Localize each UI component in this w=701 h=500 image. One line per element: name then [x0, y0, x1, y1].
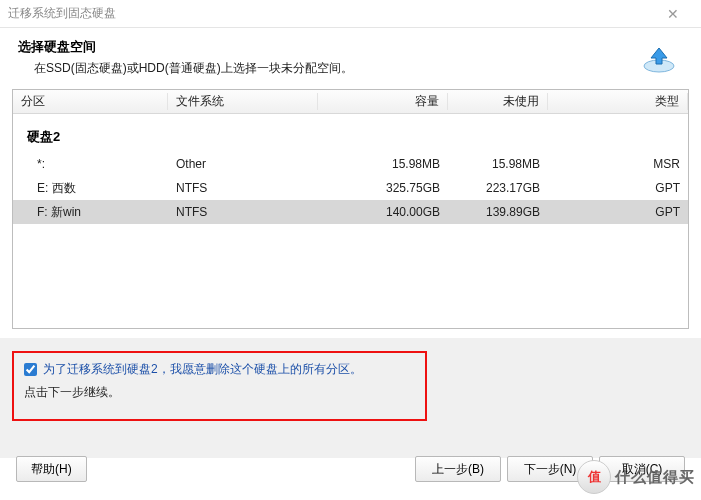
cell-filesystem: Other — [168, 157, 318, 171]
col-filesystem[interactable]: 文件系统 — [168, 93, 318, 110]
col-partition[interactable]: 分区 — [13, 93, 168, 110]
col-capacity[interactable]: 容量 — [318, 93, 448, 110]
cell-unused: 15.98MB — [448, 157, 548, 171]
cell-partition: *: — [13, 157, 168, 171]
help-button[interactable]: 帮助(H) — [16, 456, 87, 482]
cell-unused: 139.89GB — [448, 205, 548, 219]
page-title: 选择硬盘空间 — [18, 38, 683, 56]
cell-partition: E: 西数 — [13, 180, 168, 197]
watermark-text: 什么值得买 — [615, 468, 695, 487]
confirm-box: 为了迁移系统到硬盘2，我愿意删除这个硬盘上的所有分区。 点击下一步继续。 — [12, 351, 427, 421]
partition-table: 分区 文件系统 容量 未使用 类型 硬盘2 *:Other15.98MB15.9… — [12, 89, 689, 329]
col-unused[interactable]: 未使用 — [448, 93, 548, 110]
cell-filesystem: NTFS — [168, 205, 318, 219]
table-body: 硬盘2 *:Other15.98MB15.98MBMSRE: 西数NTFS325… — [13, 114, 688, 224]
disk-group-label: 硬盘2 — [13, 120, 688, 152]
cell-type: GPT — [548, 181, 688, 195]
continue-hint: 点击下一步继续。 — [24, 384, 415, 401]
header: 选择硬盘空间 在SSD(固态硬盘)或HDD(普通硬盘)上选择一块未分配空间。 — [0, 28, 701, 89]
cell-capacity: 15.98MB — [318, 157, 448, 171]
page-subtitle: 在SSD(固态硬盘)或HDD(普通硬盘)上选择一块未分配空间。 — [18, 60, 683, 77]
table-row[interactable]: *:Other15.98MB15.98MBMSR — [13, 152, 688, 176]
cell-type: GPT — [548, 205, 688, 219]
cell-unused: 223.17GB — [448, 181, 548, 195]
watermark: 值 什么值得买 — [577, 460, 695, 494]
close-icon[interactable]: ✕ — [653, 6, 693, 22]
confirm-delete-checkbox[interactable] — [24, 363, 37, 376]
cell-capacity: 140.00GB — [318, 205, 448, 219]
cell-capacity: 325.75GB — [318, 181, 448, 195]
col-type[interactable]: 类型 — [548, 93, 688, 110]
title-bar: 迁移系统到固态硬盘 ✕ — [0, 0, 701, 28]
watermark-logo-icon: 值 — [577, 460, 611, 494]
cell-filesystem: NTFS — [168, 181, 318, 195]
cell-partition: F: 新win — [13, 204, 168, 221]
cell-type: MSR — [548, 157, 688, 171]
window-title: 迁移系统到固态硬盘 — [8, 5, 653, 22]
table-row[interactable]: E: 西数NTFS325.75GB223.17GBGPT — [13, 176, 688, 200]
migrate-disk-icon — [641, 44, 677, 74]
confirm-delete-label: 为了迁移系统到硬盘2，我愿意删除这个硬盘上的所有分区。 — [43, 361, 362, 378]
table-header: 分区 文件系统 容量 未使用 类型 — [13, 90, 688, 114]
back-button[interactable]: 上一步(B) — [415, 456, 501, 482]
table-row[interactable]: F: 新winNTFS140.00GB139.89GBGPT — [13, 200, 688, 224]
